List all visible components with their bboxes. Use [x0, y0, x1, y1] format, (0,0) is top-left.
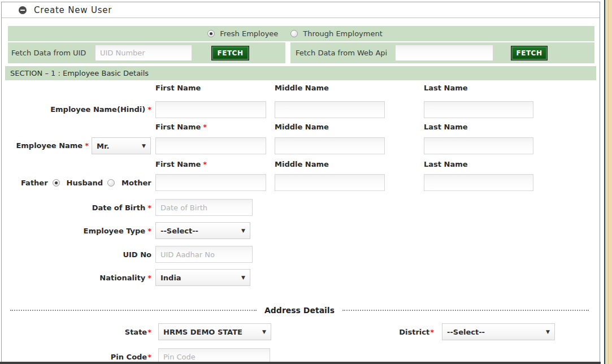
state-select[interactable]: HRMS DEMO STATE▼ [158, 323, 271, 340]
husband-radio[interactable] [107, 179, 115, 187]
last-name-input[interactable] [424, 137, 533, 154]
parent-last-name-header: Last Name [424, 160, 468, 168]
hindi-last-name-input[interactable] [424, 101, 533, 118]
husband-label: Husband [67, 179, 103, 187]
page-edge-strip [604, 0, 612, 364]
parent-first-name-header: First Name* [155, 160, 207, 168]
father-label: Father [21, 179, 48, 187]
hindi-middle-name-header: Middle Name [275, 84, 329, 92]
employee-type-label: Employee Type* [84, 227, 152, 235]
middle-name-header: Middle Name [275, 123, 329, 131]
fetch-webapi-cell: Fetch Data from Web Api FETCH [290, 42, 594, 63]
last-name-header: Last Name [424, 123, 468, 131]
parent-middle-name-header: Middle Name [275, 160, 329, 168]
mother-label: Mother [121, 179, 151, 187]
through-employment-label: Through Employment [303, 29, 382, 38]
fresh-employee-radio[interactable] [207, 30, 215, 37]
chevron-down-icon: ▼ [241, 275, 245, 280]
fetch-uid-cell: Fetch Data from UID FETCH [8, 42, 285, 63]
webapi-input[interactable] [395, 45, 493, 61]
hindi-first-name-header: First Name [155, 84, 201, 92]
parent-first-name-input[interactable] [155, 174, 266, 191]
parent-last-name-input[interactable] [424, 174, 533, 191]
nationality-select[interactable]: India▼ [155, 269, 250, 286]
date-of-birth-input[interactable] [155, 199, 253, 216]
father-radio[interactable] [53, 179, 60, 187]
hindi-middle-name-input[interactable] [275, 101, 385, 118]
fetch-uid-label: Fetch Data from UID [11, 42, 86, 63]
section-1-header: SECTION – 1 : Employee Basic Details [5, 66, 596, 80]
fetch-webapi-button[interactable]: FETCH [511, 46, 548, 60]
pin-code-label: Pin Code* [111, 353, 151, 361]
address-details-divider: Address Details [10, 305, 589, 315]
through-employment-radio[interactable] [290, 30, 298, 37]
employee-type-select[interactable]: --Select--▼ [155, 222, 250, 239]
chevron-down-icon: ▼ [241, 228, 245, 233]
first-name-header: First Name* [155, 123, 207, 131]
district-select[interactable]: --Select--▼ [442, 323, 555, 340]
fresh-employee-label: Fresh Employee [220, 29, 278, 38]
state-label: State* [125, 328, 151, 336]
collapse-minus-icon[interactable] [19, 6, 27, 14]
address-details-title: Address Details [264, 306, 335, 315]
employee-mode-row: Fresh Employee Through Employment [8, 26, 594, 41]
uid-aadhar-input[interactable] [155, 246, 253, 263]
dotted-line [342, 310, 589, 311]
bottom-edge-strip [0, 362, 601, 364]
fetch-row: Fetch Data from UID FETCH Fetch Data fro… [8, 42, 594, 63]
create-new-user-page: Create New User Fresh Employee Through E… [0, 0, 612, 364]
first-name-input[interactable] [155, 137, 266, 154]
uid-number-input[interactable] [95, 45, 192, 61]
nationality-label: Nationality* [99, 274, 151, 282]
dotted-line [10, 310, 257, 311]
panel-header: Create New User [2, 2, 600, 18]
chevron-down-icon: ▼ [142, 143, 146, 149]
title-select[interactable]: Mr.▼ [92, 137, 151, 154]
middle-name-input[interactable] [275, 137, 385, 154]
hindi-last-name-header: Last Name [424, 84, 468, 92]
employee-name-hindi-label: Employee Name(Hindi)* [50, 105, 151, 114]
parent-middle-name-input[interactable] [275, 174, 385, 191]
date-of-birth-label: Date of Birth* [92, 203, 151, 212]
fetch-uid-button[interactable]: FETCH [211, 46, 249, 60]
uid-no-label: UID No [123, 250, 151, 259]
employee-name-label: Employee Name* [16, 141, 89, 150]
district-label: District* [399, 328, 434, 336]
fetch-webapi-label: Fetch Data from Web Api [296, 42, 387, 63]
hindi-first-name-input[interactable] [155, 101, 266, 118]
chevron-down-icon: ▼ [546, 329, 550, 335]
page-title: Create New User [34, 5, 112, 15]
chevron-down-icon: ▼ [262, 329, 266, 335]
